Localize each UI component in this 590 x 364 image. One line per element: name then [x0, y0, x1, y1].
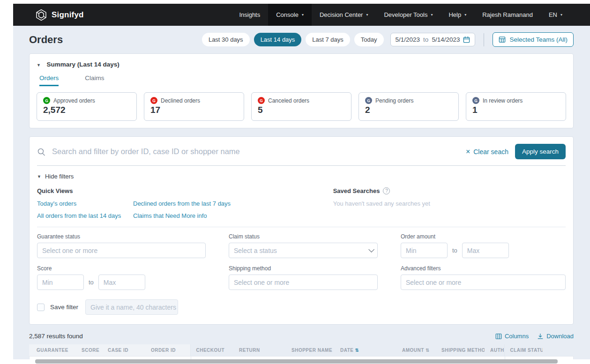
- range-pill-last-30-days[interactable]: Last 30 days: [202, 33, 250, 46]
- page-title: Orders: [29, 34, 63, 46]
- nav-item-help[interactable]: Help ▾: [441, 4, 474, 26]
- date-filter-group: Last 30 days Last 14 days Last 7 days To…: [202, 32, 574, 47]
- col-order-id[interactable]: ORDER ID: [145, 344, 190, 356]
- score-label: Score: [37, 265, 206, 272]
- nav-item-user[interactable]: Rajesh Ramanand: [474, 4, 541, 26]
- summary-panel: ▼ Summary (Last 14 days) Orders Claims G…: [29, 53, 574, 128]
- filter-name-input[interactable]: Give it a name, 40 characters max: [85, 299, 178, 315]
- save-filter-checkbox[interactable]: [37, 304, 45, 311]
- sort-icon[interactable]: ⇅: [355, 348, 359, 353]
- divider: [37, 227, 566, 227]
- sort-icon[interactable]: ⇅: [426, 348, 430, 353]
- saved-searches-empty-text: You haven't saved any searches yet: [333, 200, 430, 207]
- stat-card-in-review: G In review orders 1: [466, 92, 566, 121]
- chevron-down-icon: ▾: [464, 13, 466, 17]
- results-count: 2,587 results found: [29, 333, 83, 340]
- date-range-picker[interactable]: 5/1/2023 to 5/14/2023: [390, 33, 476, 46]
- col-score[interactable]: SCORE: [76, 344, 102, 356]
- col-return[interactable]: RETURN: [233, 344, 286, 356]
- stat-label: Pending orders: [375, 97, 413, 104]
- shipping-method-input[interactable]: Select one or more: [229, 275, 378, 290]
- clear-search-button[interactable]: × Clear seach: [466, 148, 508, 156]
- quick-view-link-claims-more-info[interactable]: Claims that Need More info: [133, 212, 333, 219]
- tab-claims[interactable]: Claims: [85, 74, 104, 86]
- guarantee-status-input[interactable]: Select one or more: [37, 243, 206, 258]
- brand-name: Signifyd: [52, 10, 84, 20]
- claim-status-select[interactable]: Select a status: [229, 243, 378, 258]
- guarantee-badge-icon: G: [472, 97, 479, 104]
- col-case-id[interactable]: CASE ID: [102, 344, 145, 356]
- order-amount-max-input[interactable]: Max: [462, 243, 509, 258]
- quick-views-title: Quick Views: [37, 187, 333, 194]
- nav-item-insights[interactable]: Insights: [231, 4, 268, 26]
- chevron-down-icon: ▾: [302, 13, 304, 17]
- nav-menu: Insights Console ▾ Decision Center ▾ Dev…: [231, 4, 570, 26]
- results-bar: 2,587 results found Columns: [29, 333, 574, 340]
- quick-view-link-declined-7-days[interactable]: Declined orders from the last 7 days: [133, 200, 333, 207]
- search-bar: Search and filter by order ID, case ID o…: [37, 144, 566, 166]
- stat-label: Canceled orders: [268, 97, 309, 104]
- stat-card-declined: G Declined orders 17: [144, 92, 244, 121]
- teams-icon: [499, 36, 506, 43]
- orders-table: GDeclined 852 1394109261 100414341 No ma…: [29, 356, 574, 359]
- collapse-caret-icon: ▼: [37, 174, 41, 179]
- brand-logo[interactable]: Signifyd: [35, 9, 84, 21]
- quick-view-link-all-orders-14-days[interactable]: All orders from the last 14 days: [37, 212, 133, 219]
- horizontal-scrollbar[interactable]: [35, 359, 558, 364]
- range-pill-today[interactable]: Today: [354, 33, 384, 46]
- summary-tabs: Orders Claims: [37, 74, 566, 86]
- score-max-input[interactable]: Max: [98, 275, 145, 290]
- divider: [484, 33, 484, 46]
- col-checkout[interactable]: CHECKOUT: [190, 344, 233, 356]
- stat-value: 17: [150, 105, 238, 115]
- quick-view-link-todays-orders[interactable]: Today's orders: [37, 200, 133, 207]
- nav-item-console[interactable]: Console ▾: [268, 4, 312, 26]
- stat-value: 2,572: [43, 105, 130, 115]
- col-auth-status[interactable]: AUTH STATUS: [485, 344, 504, 356]
- col-amount[interactable]: AMOUNT⇅: [396, 344, 436, 356]
- col-claim-status[interactable]: CLAIM STATUS: [504, 344, 543, 356]
- calendar-icon: [463, 36, 470, 43]
- app-window: Signifyd Insights Console ▾ Decision Cen…: [13, 4, 590, 359]
- col-date[interactable]: DATE⇅: [335, 344, 396, 356]
- col-actions: [543, 344, 560, 356]
- chevron-down-icon: ▾: [431, 13, 433, 17]
- stat-card-canceled: G Canceled orders 5: [251, 92, 351, 121]
- summary-header[interactable]: ▼ Summary (Last 14 days): [37, 60, 566, 68]
- col-guarantee[interactable]: GUARANTEE: [29, 344, 76, 356]
- range-pill-last-7-days[interactable]: Last 7 days: [306, 33, 350, 46]
- range-pill-last-14-days[interactable]: Last 14 days: [254, 33, 302, 46]
- nav-item-language[interactable]: EN ▾: [541, 4, 570, 26]
- col-shopper-name[interactable]: SHOPPER NAME: [286, 344, 335, 356]
- search-input[interactable]: Search and filter by order ID, case ID o…: [52, 147, 459, 156]
- close-icon: ×: [466, 148, 470, 156]
- page-content: Orders Last 30 days Last 14 days Last 7 …: [13, 26, 590, 359]
- tab-orders[interactable]: Orders: [39, 74, 59, 86]
- filter-row-1: Guarantee status Select one or more Clai…: [37, 233, 566, 258]
- advanced-filters-input[interactable]: Select one or more: [401, 275, 566, 290]
- stat-label: Approved orders: [53, 97, 95, 104]
- top-nav: Signifyd Insights Console ▾ Decision Cen…: [13, 4, 590, 26]
- signifyd-logo-icon: [35, 9, 47, 21]
- orders-table-header: GUARANTEE SCORE CASE ID ORDER ID CHECKOU…: [29, 344, 560, 356]
- chevron-down-icon: [368, 246, 374, 253]
- search-panel: Search and filter by order ID, case ID o…: [29, 136, 574, 325]
- summary-cards: G Approved orders 2,572 G Declined order…: [37, 92, 566, 121]
- download-button[interactable]: Download: [537, 333, 574, 340]
- guarantee-badge-icon: G: [365, 97, 372, 104]
- hide-filters-toggle[interactable]: ▼ Hide filters: [37, 173, 566, 180]
- stat-value: 2: [365, 105, 452, 115]
- apply-search-button[interactable]: Apply search: [515, 144, 566, 159]
- date-to-label: to: [423, 36, 428, 43]
- order-amount-min-input[interactable]: Min: [401, 243, 448, 258]
- help-question-icon[interactable]: ?: [383, 187, 390, 194]
- col-shipping-method[interactable]: SHIPPING METHOD: [436, 344, 485, 356]
- nav-item-developer-tools[interactable]: Developer Tools ▾: [376, 4, 441, 26]
- columns-icon: [495, 333, 502, 340]
- stat-card-pending: G Pending orders 2: [358, 92, 459, 121]
- score-min-input[interactable]: Min: [37, 275, 84, 290]
- columns-button[interactable]: Columns: [495, 333, 529, 340]
- selected-teams-button[interactable]: Selected Teams (All): [493, 32, 574, 47]
- filter-row-2: Score Min to Max Shipping method Select …: [37, 265, 566, 290]
- nav-item-decision-center[interactable]: Decision Center ▾: [312, 4, 376, 26]
